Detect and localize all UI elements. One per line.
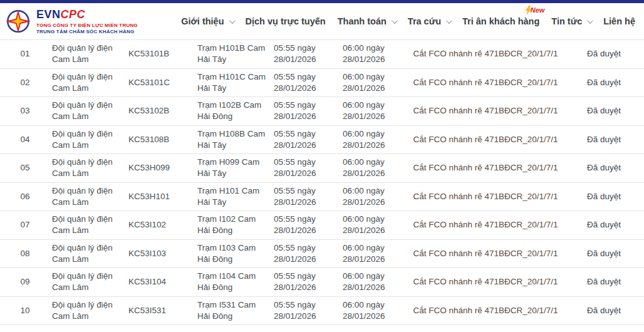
main-nav: Giới thiệuDịch vụ trực tuyếnThanh toánTr… <box>180 13 636 30</box>
station-name: Trạm I102 Cam Hải Đông <box>191 214 269 236</box>
station-code-text: KC53H099 <box>128 162 191 174</box>
row-number: 01 <box>0 48 50 60</box>
status-badge-text: Đã duyệt <box>564 48 644 60</box>
outage-start-time-text: 05:55 ngày 28/01/2026 <box>274 157 325 179</box>
station-code-text: KC53102B <box>128 105 191 117</box>
brand-name: EVNCPC <box>36 8 138 21</box>
status-badge: Đã duyệt <box>564 276 644 288</box>
outage-start-time-text: 05:55 ngày 28/01/2026 <box>274 100 325 122</box>
outage-reason-text: Cắt FCO nhánh rẽ 471BĐCR_20/1/7/1 <box>407 48 564 60</box>
outage-schedule-table: 01Đội quản lý điện Cam LâmKC53101BTrạm H… <box>0 39 644 325</box>
outage-start-time: 05:55 ngày 28/01/2026 <box>269 214 338 236</box>
station-name-text: Trạm H108B Cam Hải Tây <box>197 128 266 151</box>
outage-end-time: 06:00 ngày 28/01/2026 <box>338 128 407 151</box>
outage-reason-text: Cắt FCO nhánh rẽ 471BĐCR_20/1/7/1 <box>407 219 564 231</box>
management-unit-text: Đội quản lý điện Cam Lâm <box>52 157 116 179</box>
outage-reason: Cắt FCO nhánh rẽ 471BĐCR_20/1/7/1 <box>407 48 564 60</box>
outage-reason-text: Cắt FCO nhánh rẽ 471BĐCR_20/1/7/1 <box>407 191 564 202</box>
outage-start-time: 05:55 ngày 28/01/2026 <box>269 185 338 208</box>
outage-start-time: 05:55 ngày 28/01/2026 <box>269 299 338 322</box>
status-badge: Đã duyệt <box>564 219 644 231</box>
outage-end-time-text: 06:00 ngày 28/01/2026 <box>343 185 394 208</box>
status-badge-text: Đã duyệt <box>564 134 644 145</box>
row-number: 03 <box>0 105 50 117</box>
outage-reason: Cắt FCO nhánh rẽ 471BĐCR_20/1/7/1 <box>407 305 564 316</box>
status-badge-text: Đã duyệt <box>564 191 644 202</box>
status-badge-text: Đã duyệt <box>564 77 644 88</box>
row-number: 06 <box>0 191 50 202</box>
row-number: 02 <box>0 77 50 88</box>
management-unit-text: Đội quản lý điện Cam Lâm <box>52 271 116 293</box>
outage-end-time: 06:00 ngày 28/01/2026 <box>338 100 407 122</box>
station-code: KC53I103 <box>122 248 191 259</box>
nav-item-gioi-thieu[interactable]: Giới thiệu <box>180 13 234 30</box>
chevron-down-icon <box>446 18 452 24</box>
station-name: Trạm H101B Cam Hải Tây <box>191 43 269 65</box>
station-name-text: Trạm H099 Cam Hải Tây <box>197 157 266 179</box>
table-row[interactable]: 07Đội quản lý điện Cam LâmKC53I102Trạm I… <box>0 211 644 240</box>
station-code: KC53102B <box>122 105 191 117</box>
management-unit-text: Đội quản lý điện Cam Lâm <box>52 299 116 322</box>
row-number-text: 10 <box>0 305 50 316</box>
outage-reason: Cắt FCO nhánh rẽ 471BĐCR_20/1/7/1 <box>407 191 564 202</box>
station-code: KC53I104 <box>122 276 191 288</box>
management-unit: Đội quản lý điện Cam Lâm <box>50 43 122 65</box>
status-badge: Đã duyệt <box>564 248 644 259</box>
table-row[interactable]: 03Đội quản lý điện Cam LâmKC53102BTrạm I… <box>0 97 644 126</box>
nav-item-tra-cuu[interactable]: Tra cứu <box>407 13 452 30</box>
nav-item-label: Dịch vụ trực tuyến <box>246 16 326 26</box>
nav-item-dich-vu-truc-tuyen[interactable]: Dịch vụ trực tuyến <box>244 13 327 30</box>
table-row[interactable]: 06Đội quản lý điện Cam LâmKC53H101Trạm H… <box>0 183 644 212</box>
row-number: 05 <box>0 162 50 174</box>
department-name: TRUNG TÂM CHĂM SÓC KHÁCH HÀNG <box>36 29 138 34</box>
table-row[interactable]: 08Đội quản lý điện Cam LâmKC53I103Trạm I… <box>0 240 644 269</box>
station-code: KC53H099 <box>122 162 191 174</box>
management-unit-text: Đội quản lý điện Cam Lâm <box>52 214 116 236</box>
station-code-text: KC53108B <box>128 134 191 145</box>
nav-item-lien-he[interactable]: Liên hệ <box>602 13 636 30</box>
row-number-text: 05 <box>0 162 50 174</box>
table-row[interactable]: 04Đội quản lý điện Cam LâmKC53108BTrạm H… <box>0 126 644 155</box>
row-number-text: 07 <box>0 219 50 231</box>
nav-item-label: Liên hệ <box>603 16 635 26</box>
management-unit: Đội quản lý điện Cam Lâm <box>50 271 122 293</box>
nav-item-tin-tuc[interactable]: Tin tức <box>550 13 593 30</box>
station-name: Trạm H101C Cam Hải Tây <box>191 71 269 94</box>
company-name: TỔNG CÔNG TY ĐIỆN LỰC MIỀN TRUNG <box>36 23 138 28</box>
status-badge: Đã duyệt <box>564 48 644 60</box>
evn-star-icon <box>5 8 31 34</box>
outage-reason: Cắt FCO nhánh rẽ 471BĐCR_20/1/7/1 <box>407 162 564 174</box>
management-unit: Đội quản lý điện Cam Lâm <box>50 157 122 179</box>
status-badge-text: Đã duyệt <box>564 276 644 288</box>
outage-start-time: 05:55 ngày 28/01/2026 <box>269 242 338 265</box>
table-row[interactable]: 05Đội quản lý điện Cam LâmKC53H099Trạm H… <box>0 154 644 183</box>
nav-item-tri-an-khach-hang[interactable]: Tri ân khách hàngNew <box>461 13 541 30</box>
new-badge-label: New <box>531 7 545 14</box>
management-unit: Đội quản lý điện Cam Lâm <box>50 242 122 265</box>
table-row[interactable]: 10Đội quản lý điện Cam LâmKC53I531Trạm I… <box>0 297 644 326</box>
nav-item-thanh-toan[interactable]: Thanh toán <box>336 13 397 30</box>
outage-start-time-text: 05:55 ngày 28/01/2026 <box>274 185 325 208</box>
outage-start-time: 05:55 ngày 28/01/2026 <box>269 128 338 151</box>
outage-reason-text: Cắt FCO nhánh rẽ 471BĐCR_20/1/7/1 <box>407 77 564 88</box>
row-number-text: 06 <box>0 191 50 202</box>
status-badge-text: Đã duyệt <box>564 105 644 117</box>
status-badge-text: Đã duyệt <box>564 219 644 231</box>
chevron-down-icon <box>229 18 236 24</box>
station-name: Trạm H108B Cam Hải Tây <box>191 128 269 151</box>
table-row[interactable]: 02Đội quản lý điện Cam LâmKC53101CTrạm H… <box>0 69 644 98</box>
outage-end-time: 06:00 ngày 28/01/2026 <box>338 299 407 322</box>
station-name: Trạm H099 Cam Hải Tây <box>191 157 269 179</box>
evncpc-logo[interactable]: EVNCPC TỔNG CÔNG TY ĐIỆN LỰC MIỀN TRUNG … <box>5 8 138 34</box>
outage-start-time-text: 05:55 ngày 28/01/2026 <box>274 242 325 265</box>
nav-item-label: Tra cứu <box>408 16 441 26</box>
outage-end-time: 06:00 ngày 28/01/2026 <box>338 214 407 236</box>
table-row[interactable]: 09Đội quản lý điện Cam LâmKC53I104Trạm I… <box>0 268 644 297</box>
management-unit-text: Đội quản lý điện Cam Lâm <box>52 242 116 265</box>
management-unit: Đội quản lý điện Cam Lâm <box>50 185 122 208</box>
outage-end-time-text: 06:00 ngày 28/01/2026 <box>343 71 394 94</box>
outage-start-time-text: 05:55 ngày 28/01/2026 <box>274 128 325 151</box>
outage-start-time-text: 05:55 ngày 28/01/2026 <box>274 71 325 94</box>
outage-reason: Cắt FCO nhánh rẽ 471BĐCR_20/1/7/1 <box>407 134 564 145</box>
table-row[interactable]: 01Đội quản lý điện Cam LâmKC53101BTrạm H… <box>0 40 644 69</box>
